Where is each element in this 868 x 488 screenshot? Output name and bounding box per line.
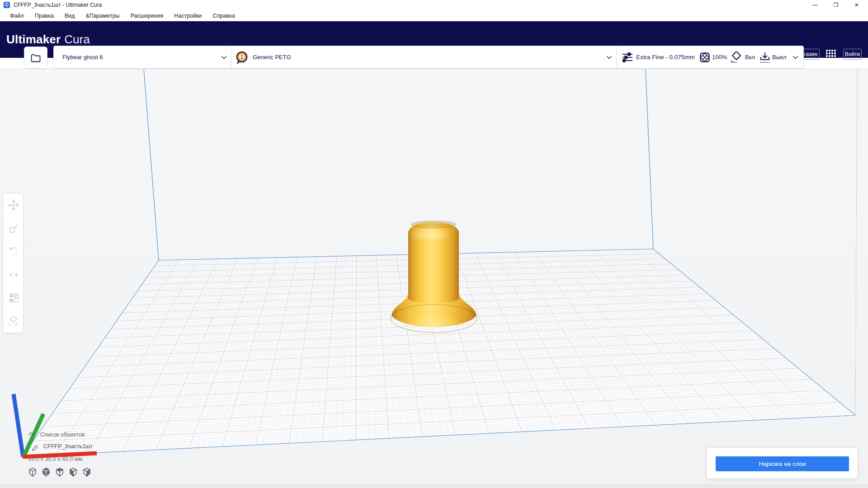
- view-top-icon[interactable]: [54, 467, 65, 478]
- print-settings-sliders-icon[interactable]: [622, 52, 633, 63]
- support-icon: [759, 52, 771, 64]
- infill-icon: [699, 52, 710, 63]
- scale-tool-icon[interactable]: [8, 223, 19, 234]
- view-front-icon[interactable]: [41, 467, 52, 478]
- minimize-button[interactable]: —: [807, 0, 823, 10]
- menu-view[interactable]: Вид: [59, 11, 80, 21]
- menu-edit[interactable]: Правка: [29, 11, 59, 21]
- menu-preferences[interactable]: Настройки: [169, 11, 207, 21]
- profile-selector[interactable]: Extra Fine - 0.075mm: [636, 46, 695, 68]
- view-right-icon[interactable]: [81, 467, 92, 478]
- window-title: CFFFP_3часть1шт - Ultimaker Cura: [14, 2, 102, 8]
- sign-in-button[interactable]: Войти: [843, 49, 862, 60]
- cura-app-icon: C: [4, 2, 10, 8]
- object-list-header[interactable]: Список объектов: [40, 432, 85, 438]
- toolbar-divider-line: [0, 69, 868, 69]
- menu-settings-params[interactable]: &Параметры: [80, 11, 125, 21]
- open-file-button[interactable]: [24, 47, 47, 69]
- slice-panel: Нарезка на слои: [706, 447, 858, 479]
- folder-icon: [30, 53, 41, 63]
- per-model-settings-icon[interactable]: [8, 292, 19, 303]
- apps-grid-icon[interactable]: [826, 50, 836, 59]
- printer-selector[interactable]: Flybear ghost 6: [62, 46, 103, 68]
- close-button[interactable]: ✕: [849, 0, 864, 10]
- left-tool-panel: [3, 193, 24, 333]
- window-bottom-edge: [0, 485, 868, 488]
- chevron-up-icon[interactable]: [28, 432, 34, 436]
- config-bar: Flybear ghost 6 1 Generic PETG Extra Fin…: [53, 46, 804, 69]
- scene-svg: [0, 69, 868, 485]
- material-selector[interactable]: Generic PETG: [253, 46, 291, 68]
- view-left-icon[interactable]: [68, 467, 79, 478]
- chevron-down-icon[interactable]: [606, 56, 612, 60]
- support-value[interactable]: Выкл: [772, 46, 786, 68]
- support-blocker-icon[interactable]: [8, 316, 19, 327]
- title-bar: C CFFFP_3часть1шт - Ultimaker Cura — ❐ ✕: [0, 0, 868, 10]
- menu-help[interactable]: Справка: [208, 11, 241, 21]
- object-list-item[interactable]: CFFFP_3часть1шт: [43, 443, 93, 450]
- object-dimensions: 35.0 x 35.0 x 40.0 мм: [28, 456, 82, 462]
- mirror-tool-icon[interactable]: [8, 269, 19, 280]
- config-divider: [616, 46, 617, 68]
- logo-cura: Cura: [64, 33, 90, 47]
- rotate-tool-icon[interactable]: [8, 246, 19, 257]
- pencil-icon: [32, 445, 38, 451]
- chevron-down-icon[interactable]: [793, 56, 798, 60]
- extruder-badge-icon[interactable]: 1: [236, 51, 249, 65]
- menu-bar: Файл Правка Вид &Параметры Расширения На…: [0, 10, 868, 21]
- svg-text:1: 1: [241, 55, 243, 60]
- slice-button[interactable]: Нарезка на слои: [716, 456, 849, 471]
- menu-extensions[interactable]: Расширения: [125, 11, 169, 21]
- maximize-button[interactable]: ❐: [828, 0, 844, 10]
- view-3d-icon[interactable]: [27, 467, 38, 478]
- viewport-3d[interactable]: Список объектов CFFFP_3часть1шт 35.0 x 3…: [0, 69, 868, 485]
- adhesion-value[interactable]: Вкл: [745, 46, 755, 68]
- chevron-down-icon[interactable]: [221, 56, 227, 60]
- logo-ultimaker: Ultimaker: [6, 33, 61, 47]
- menu-file[interactable]: Файл: [5, 11, 29, 21]
- config-divider: [231, 46, 231, 68]
- adhesion-icon: [730, 52, 742, 64]
- infill-value[interactable]: 100%: [712, 46, 727, 68]
- move-tool-icon[interactable]: [8, 200, 19, 211]
